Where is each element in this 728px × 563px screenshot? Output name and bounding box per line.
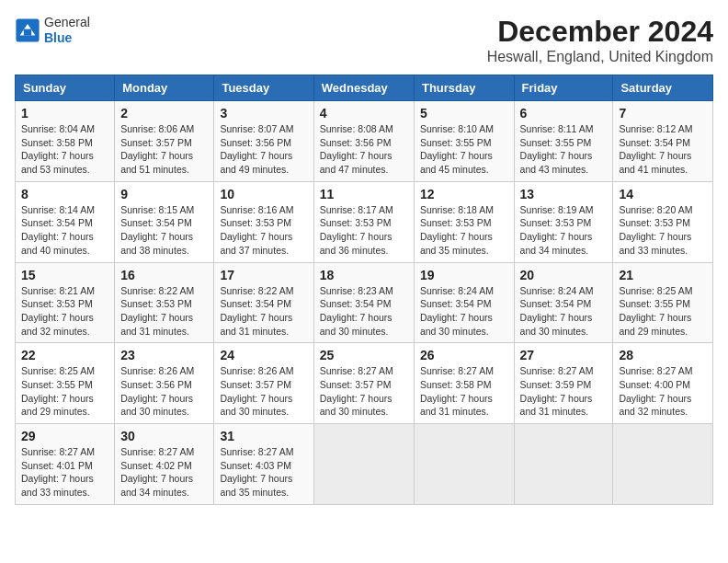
day-info: Sunrise: 8:20 AMSunset: 3:53 PMDaylight:… — [619, 203, 707, 258]
day-info: Sunrise: 8:23 AMSunset: 3:54 PMDaylight:… — [320, 284, 408, 339]
day-info: Sunrise: 8:07 AMSunset: 3:56 PMDaylight:… — [220, 122, 307, 177]
week-row-4: 22Sunrise: 8:25 AMSunset: 3:55 PMDayligh… — [16, 343, 713, 424]
calendar-cell: 14Sunrise: 8:20 AMSunset: 3:53 PMDayligh… — [613, 181, 713, 262]
calendar-cell: 23Sunrise: 8:26 AMSunset: 3:56 PMDayligh… — [115, 343, 214, 424]
day-info: Sunrise: 8:27 AMSunset: 3:57 PMDaylight:… — [320, 364, 408, 419]
day-info: Sunrise: 8:22 AMSunset: 3:54 PMDaylight:… — [220, 284, 307, 339]
calendar-cell: 9Sunrise: 8:15 AMSunset: 3:54 PMDaylight… — [115, 181, 214, 262]
day-number: 9 — [120, 187, 208, 201]
main-title: December 2024 — [487, 15, 713, 49]
day-info: Sunrise: 8:12 AMSunset: 3:54 PMDaylight:… — [619, 122, 707, 177]
day-number: 8 — [21, 187, 108, 201]
day-number: 20 — [520, 268, 608, 282]
day-info: Sunrise: 8:24 AMSunset: 3:54 PMDaylight:… — [420, 284, 508, 339]
day-number: 6 — [520, 106, 608, 121]
day-info: Sunrise: 8:04 AMSunset: 3:58 PMDaylight:… — [21, 122, 108, 177]
subtitle: Heswall, England, United Kingdom — [487, 49, 713, 65]
calendar-cell — [414, 424, 514, 505]
day-info: Sunrise: 8:10 AMSunset: 3:55 PMDaylight:… — [420, 122, 508, 177]
day-info: Sunrise: 8:26 AMSunset: 3:57 PMDaylight:… — [220, 364, 307, 419]
calendar-cell: 12Sunrise: 8:18 AMSunset: 3:53 PMDayligh… — [414, 181, 514, 262]
header-monday: Monday — [115, 75, 214, 101]
day-number: 24 — [220, 348, 307, 362]
calendar-cell: 26Sunrise: 8:27 AMSunset: 3:58 PMDayligh… — [414, 343, 514, 424]
day-number: 21 — [619, 268, 707, 282]
logo-text: General Blue — [44, 15, 90, 46]
day-info: Sunrise: 8:06 AMSunset: 3:57 PMDaylight:… — [120, 122, 208, 177]
header-wednesday: Wednesday — [313, 75, 414, 101]
calendar-cell: 7Sunrise: 8:12 AMSunset: 3:54 PMDaylight… — [613, 101, 713, 182]
calendar-cell: 1Sunrise: 8:04 AMSunset: 3:58 PMDaylight… — [16, 101, 115, 182]
day-info: Sunrise: 8:21 AMSunset: 3:53 PMDaylight:… — [21, 284, 108, 339]
header-saturday: Saturday — [613, 75, 713, 101]
day-number: 5 — [420, 106, 508, 121]
day-info: Sunrise: 8:27 AMSunset: 3:59 PMDaylight:… — [520, 364, 608, 419]
calendar-cell: 24Sunrise: 8:26 AMSunset: 3:57 PMDayligh… — [214, 343, 313, 424]
day-number: 12 — [420, 187, 508, 201]
day-info: Sunrise: 8:27 AMSunset: 3:58 PMDaylight:… — [420, 364, 508, 419]
day-number: 28 — [619, 348, 707, 362]
calendar-cell — [514, 424, 613, 505]
calendar-cell: 16Sunrise: 8:22 AMSunset: 3:53 PMDayligh… — [115, 262, 214, 343]
header-thursday: Thursday — [414, 75, 514, 101]
week-row-3: 15Sunrise: 8:21 AMSunset: 3:53 PMDayligh… — [16, 262, 713, 343]
day-number: 30 — [120, 429, 208, 443]
calendar-header: SundayMondayTuesdayWednesdayThursdayFrid… — [16, 75, 713, 101]
day-info: Sunrise: 8:15 AMSunset: 3:54 PMDaylight:… — [120, 203, 208, 258]
day-number: 15 — [21, 268, 108, 282]
calendar-cell: 15Sunrise: 8:21 AMSunset: 3:53 PMDayligh… — [16, 262, 115, 343]
day-number: 27 — [520, 348, 608, 362]
logo-general: General — [44, 15, 90, 30]
week-row-2: 8Sunrise: 8:14 AMSunset: 3:54 PMDaylight… — [16, 181, 713, 262]
day-number: 4 — [320, 106, 408, 121]
calendar-cell — [613, 424, 713, 505]
day-number: 23 — [120, 348, 208, 362]
week-row-5: 29Sunrise: 8:27 AMSunset: 4:01 PMDayligh… — [16, 424, 713, 505]
day-number: 19 — [420, 268, 508, 282]
day-info: Sunrise: 8:25 AMSunset: 3:55 PMDaylight:… — [21, 364, 108, 419]
calendar-cell: 20Sunrise: 8:24 AMSunset: 3:54 PMDayligh… — [514, 262, 613, 343]
day-number: 26 — [420, 348, 508, 362]
day-info: Sunrise: 8:22 AMSunset: 3:53 PMDaylight:… — [120, 284, 208, 339]
calendar-cell: 5Sunrise: 8:10 AMSunset: 3:55 PMDaylight… — [414, 101, 514, 182]
calendar-cell: 22Sunrise: 8:25 AMSunset: 3:55 PMDayligh… — [16, 343, 115, 424]
day-info: Sunrise: 8:27 AMSunset: 4:01 PMDaylight:… — [21, 445, 108, 500]
header-sunday: Sunday — [16, 75, 115, 101]
day-number: 1 — [21, 106, 108, 121]
logo: General Blue — [15, 15, 90, 46]
day-info: Sunrise: 8:17 AMSunset: 3:53 PMDaylight:… — [320, 203, 408, 258]
calendar-cell: 29Sunrise: 8:27 AMSunset: 4:01 PMDayligh… — [16, 424, 115, 505]
calendar-cell: 31Sunrise: 8:27 AMSunset: 4:03 PMDayligh… — [214, 424, 313, 505]
title-section: December 2024 Heswall, England, United K… — [487, 15, 713, 65]
calendar-cell: 27Sunrise: 8:27 AMSunset: 3:59 PMDayligh… — [514, 343, 613, 424]
day-number: 25 — [320, 348, 408, 362]
day-number: 3 — [220, 106, 307, 121]
header-friday: Friday — [514, 75, 613, 101]
calendar-cell: 6Sunrise: 8:11 AMSunset: 3:55 PMDaylight… — [514, 101, 613, 182]
calendar-table: SundayMondayTuesdayWednesdayThursdayFrid… — [15, 75, 713, 505]
calendar-cell: 2Sunrise: 8:06 AMSunset: 3:57 PMDaylight… — [115, 101, 214, 182]
logo-blue: Blue — [44, 30, 90, 46]
calendar-cell: 21Sunrise: 8:25 AMSunset: 3:55 PMDayligh… — [613, 262, 713, 343]
week-row-1: 1Sunrise: 8:04 AMSunset: 3:58 PMDaylight… — [16, 101, 713, 182]
day-number: 2 — [120, 106, 208, 121]
calendar-cell: 30Sunrise: 8:27 AMSunset: 4:02 PMDayligh… — [115, 424, 214, 505]
day-number: 29 — [21, 429, 108, 443]
day-number: 31 — [220, 429, 307, 443]
day-info: Sunrise: 8:27 AMSunset: 4:02 PMDaylight:… — [120, 445, 208, 500]
day-info: Sunrise: 8:14 AMSunset: 3:54 PMDaylight:… — [21, 203, 108, 258]
day-info: Sunrise: 8:08 AMSunset: 3:56 PMDaylight:… — [320, 122, 408, 177]
calendar-body: 1Sunrise: 8:04 AMSunset: 3:58 PMDaylight… — [16, 101, 713, 505]
calendar-cell: 19Sunrise: 8:24 AMSunset: 3:54 PMDayligh… — [414, 262, 514, 343]
day-number: 16 — [120, 268, 208, 282]
day-info: Sunrise: 8:19 AMSunset: 3:53 PMDaylight:… — [520, 203, 608, 258]
day-number: 14 — [619, 187, 707, 201]
svg-rect-2 — [24, 29, 31, 35]
logo-icon — [15, 17, 40, 43]
day-info: Sunrise: 8:26 AMSunset: 3:56 PMDaylight:… — [120, 364, 208, 419]
calendar-cell: 8Sunrise: 8:14 AMSunset: 3:54 PMDaylight… — [16, 181, 115, 262]
calendar-cell: 17Sunrise: 8:22 AMSunset: 3:54 PMDayligh… — [214, 262, 313, 343]
calendar-cell: 18Sunrise: 8:23 AMSunset: 3:54 PMDayligh… — [313, 262, 414, 343]
day-info: Sunrise: 8:11 AMSunset: 3:55 PMDaylight:… — [520, 122, 608, 177]
day-number: 18 — [320, 268, 408, 282]
